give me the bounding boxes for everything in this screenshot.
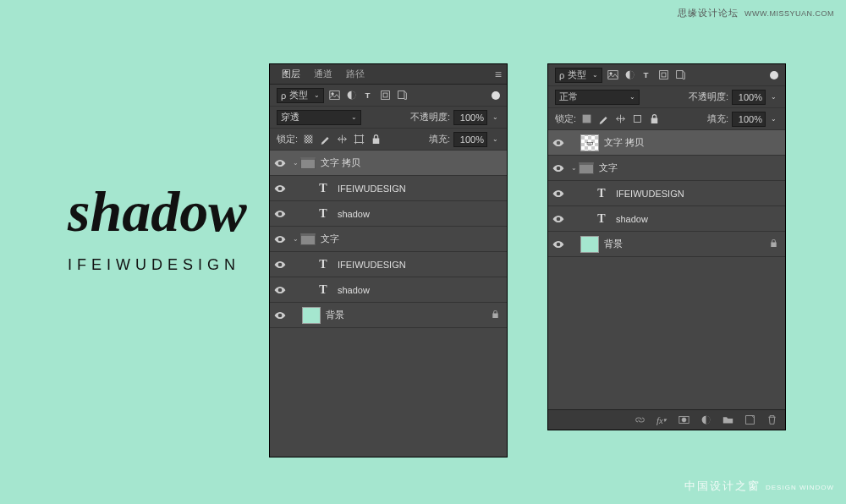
visibility-toggle-icon[interactable]	[548, 137, 569, 149]
layer-name[interactable]: 文字 拷贝	[604, 136, 644, 149]
opacity-dropdown-icon[interactable]: ⌄	[769, 93, 778, 101]
fill-dropdown-icon[interactable]: ⌄	[769, 115, 778, 123]
visibility-toggle-icon[interactable]	[270, 208, 290, 220]
layer-row[interactable]: TIFEIWUDESIGN	[548, 181, 785, 206]
new-adjustment-icon[interactable]	[699, 414, 712, 427]
layer-name[interactable]: IFEIWUDESIGN	[338, 260, 406, 270]
fill-dropdown-icon[interactable]: ⌄	[491, 135, 500, 143]
layer-name[interactable]: 文字	[599, 162, 618, 174]
layer-row[interactable]: ⌄文字	[270, 227, 507, 252]
delete-layer-icon[interactable]	[765, 414, 778, 427]
svg-point-21	[682, 418, 686, 422]
visibility-toggle-icon[interactable]	[270, 310, 290, 321]
layer-row[interactable]: Tshadow	[270, 277, 507, 303]
filter-image-icon[interactable]	[327, 89, 341, 102]
disclose-icon[interactable]: ⌄	[569, 164, 579, 172]
fill-value[interactable]: 100%	[732, 112, 766, 127]
lock-position-icon[interactable]	[613, 112, 627, 126]
panel-tabs: 图层 通道 路径 ≡	[270, 64, 507, 85]
filter-adjustment-icon[interactable]	[344, 89, 358, 102]
filter-text-icon[interactable]: T	[361, 89, 375, 102]
layer-name[interactable]: 背景	[326, 309, 344, 321]
lock-all-icon[interactable]	[647, 112, 661, 126]
filter-toggle-icon[interactable]	[770, 71, 778, 79]
visibility-toggle-icon[interactable]	[548, 213, 569, 225]
tab-paths[interactable]: 路径	[339, 68, 371, 80]
tab-layers[interactable]: 图层	[275, 68, 307, 80]
svg-rect-16	[662, 73, 666, 77]
layer-row[interactable]: 背景	[270, 303, 507, 328]
layer-row[interactable]: TIFEIWUDESIGN	[270, 252, 507, 277]
lock-artboard-icon[interactable]	[352, 133, 365, 146]
layer-name[interactable]: 文字 拷贝	[321, 156, 360, 169]
layer-list: ⌄文字 拷贝TIFEIWUDESIGNTshadow⌄文字TIFEIWUDESI…	[270, 151, 507, 328]
blend-mode-select[interactable]: 正常⌄	[555, 90, 640, 105]
text-layer-icon: T	[314, 282, 332, 299]
visibility-toggle-icon[interactable]	[270, 183, 290, 194]
layer-name[interactable]: 文字	[321, 233, 339, 245]
filter-shape-icon[interactable]	[378, 89, 392, 102]
filter-smartobj-icon[interactable]	[395, 89, 409, 102]
svg-rect-15	[659, 71, 667, 79]
filter-select[interactable]: ρ 类型⌄	[277, 88, 324, 103]
svg-rect-19	[634, 115, 640, 122]
panel-filler	[548, 257, 785, 409]
layer-row[interactable]: Tshadow	[270, 201, 507, 227]
tab-channels[interactable]: 通道	[307, 68, 339, 80]
lock-icon	[491, 310, 500, 320]
visibility-toggle-icon[interactable]	[270, 259, 290, 271]
fill-value[interactable]: 100%	[453, 132, 487, 147]
layer-name[interactable]: IFEIWUDESIGN	[338, 184, 406, 194]
disclose-icon[interactable]: ⌄	[290, 159, 300, 167]
lock-paint-icon[interactable]	[318, 133, 332, 146]
blend-row: 正常⌄ 不透明度: 100% ⌄	[548, 86, 785, 108]
filter-smartobj-icon[interactable]	[673, 68, 687, 82]
layer-name[interactable]: IFEIWUDESIGN	[616, 189, 684, 199]
lock-position-icon[interactable]	[335, 133, 349, 146]
filter-text-icon[interactable]: T	[640, 68, 653, 82]
layer-row[interactable]: 背景	[548, 232, 785, 257]
add-mask-icon[interactable]	[677, 414, 690, 427]
opacity-dropdown-icon[interactable]: ⌄	[491, 113, 500, 121]
lock-icon	[769, 238, 778, 249]
visibility-toggle-icon[interactable]	[548, 188, 569, 200]
visibility-toggle-icon[interactable]	[548, 238, 569, 250]
layer-fx-icon[interactable]: fx▾	[655, 414, 668, 427]
layer-name[interactable]: shadow	[338, 285, 370, 295]
blend-mode-select[interactable]: 穿透⌄	[277, 110, 361, 125]
disclose-icon[interactable]: ⌄	[290, 235, 300, 243]
layer-row[interactable]: TIFEIWUDESIGN	[270, 176, 507, 201]
visibility-toggle-icon[interactable]	[548, 162, 569, 174]
filter-shape-icon[interactable]	[656, 68, 670, 82]
new-layer-icon[interactable]	[743, 414, 756, 427]
layer-name[interactable]: shadow	[338, 209, 370, 219]
filter-select[interactable]: ρ 类型⌄	[555, 68, 602, 83]
new-group-icon[interactable]	[721, 414, 734, 427]
lock-all-icon[interactable]	[369, 133, 382, 146]
link-layers-icon[interactable]	[633, 414, 646, 427]
layers-panel-left: 图层 通道 路径 ≡ ρ 类型⌄ T 穿透⌄ 不透明度: 100% ⌄ 锁定: …	[270, 64, 507, 457]
filter-toggle-icon[interactable]	[492, 91, 500, 100]
opacity-value[interactable]: 100%	[732, 90, 766, 105]
lock-artboard-icon[interactable]	[630, 112, 644, 126]
layer-row[interactable]: ▭文字 拷贝	[548, 130, 785, 156]
panel-menu-icon[interactable]: ≡	[495, 68, 502, 81]
visibility-toggle-icon[interactable]	[270, 157, 290, 169]
visibility-toggle-icon[interactable]	[270, 233, 290, 245]
visibility-toggle-icon[interactable]	[270, 284, 290, 296]
filter-adjustment-icon[interactable]	[623, 68, 636, 82]
layer-thumbnail	[580, 236, 599, 253]
filter-image-icon[interactable]	[606, 68, 619, 82]
lock-paint-icon[interactable]	[596, 112, 610, 126]
opacity-value[interactable]: 100%	[453, 110, 487, 125]
watermark-top: 思缘设计论坛 WWW.MISSYUAN.COM	[678, 7, 834, 19]
layer-name[interactable]: 背景	[604, 238, 623, 250]
preview-art: shadow IFEIWUDESIGN	[68, 186, 247, 274]
layer-row[interactable]: ⌄文字	[548, 156, 785, 181]
layer-name[interactable]: shadow	[616, 214, 648, 224]
lock-pixels-icon[interactable]	[301, 133, 315, 146]
svg-rect-4	[381, 91, 389, 100]
layer-row[interactable]: Tshadow	[548, 206, 785, 232]
layer-row[interactable]: ⌄文字 拷贝	[270, 151, 507, 176]
lock-pixels-icon[interactable]	[580, 112, 593, 126]
